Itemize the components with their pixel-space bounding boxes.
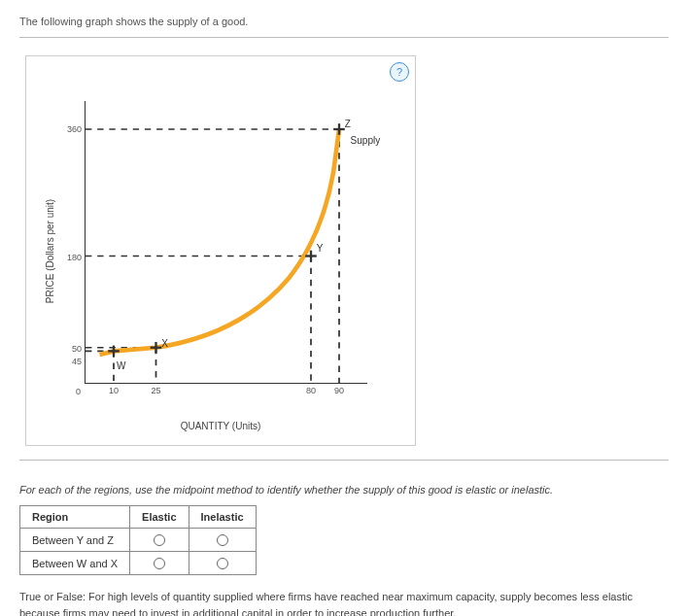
x-axis-label: QUANTITY (Units) [26, 421, 415, 431]
supply-label: Supply [351, 135, 381, 146]
origin-label: 0 [76, 387, 81, 396]
x-tick-80: 80 [306, 383, 316, 395]
divider [19, 37, 669, 38]
col-elastic: Elastic [130, 506, 189, 529]
col-region: Region [20, 506, 130, 529]
supply-curve [100, 129, 340, 355]
table-header-row: Region Elastic Inelastic [20, 506, 257, 529]
table-row: Between W and X [20, 552, 257, 575]
radio-wx-elastic[interactable] [154, 558, 165, 569]
chart-card: ? PRICE (Dollars per unit) 360 180 50 45… [25, 55, 416, 446]
point-w-label: W [117, 360, 125, 371]
y-tick-50: 50 [72, 344, 86, 354]
region-cell: Between W and X [20, 552, 130, 575]
elasticity-table: Region Elastic Inelastic Between Y and Z… [19, 505, 257, 575]
true-false-prompt: True or False: For high levels of quanti… [19, 589, 669, 616]
radio-yz-inelastic[interactable] [217, 534, 228, 546]
radio-wx-inelastic[interactable] [217, 558, 228, 569]
intro-text: The following graph shows the supply of … [19, 16, 669, 27]
col-inelastic: Inelastic [189, 506, 256, 529]
y-tick-180: 180 [67, 253, 86, 262]
y-axis-label: PRICE (Dollars per unit) [44, 56, 57, 445]
help-icon[interactable]: ? [390, 62, 409, 82]
x-tick-90: 90 [334, 383, 344, 395]
divider-2 [19, 460, 669, 461]
region-cell: Between Y and Z [20, 529, 130, 552]
point-y-label: Y [317, 243, 324, 254]
x-tick-25: 25 [151, 383, 160, 395]
radio-yz-elastic[interactable] [154, 534, 165, 546]
y-tick-360: 360 [67, 124, 86, 134]
point-z-label: Z [345, 119, 351, 129]
plot-area: 360 180 50 45 10 25 80 90 0 [85, 101, 367, 384]
x-tick-10: 10 [109, 383, 119, 395]
question-2-prompt: For each of the regions, use the midpoin… [19, 484, 669, 496]
table-row: Between Y and Z [20, 529, 257, 552]
point-x-label: X [161, 338, 168, 349]
chart-svg [86, 101, 367, 383]
y-tick-45: 45 [72, 357, 86, 366]
